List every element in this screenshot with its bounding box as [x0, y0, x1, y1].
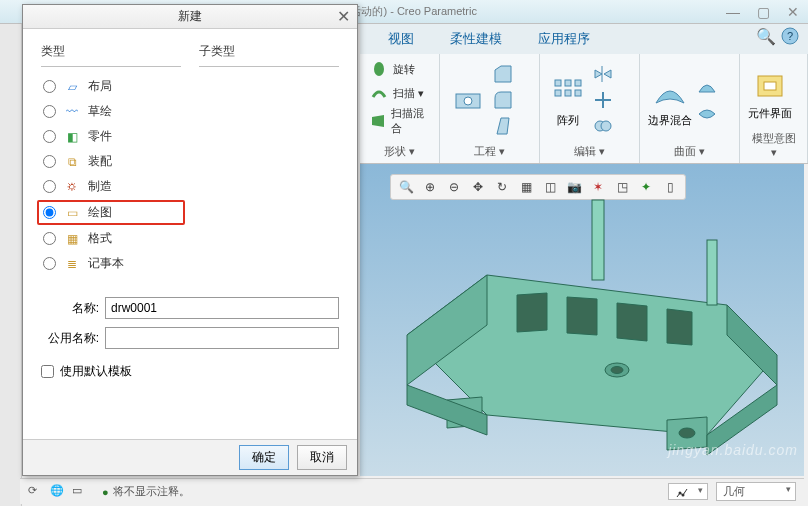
graphics-viewport[interactable]: 🔍 ⊕ ⊖ ✥ ↻ ▦ ◫ 📷 ✶ ◳ ✦ ▯ [360, 164, 804, 476]
find-dropdown[interactable] [668, 483, 708, 500]
subtype-header: 子类型 [199, 43, 339, 67]
type-header: 类型 [41, 43, 181, 67]
svg-point-21 [679, 492, 682, 495]
engineering-group-label: 工程 ▾ [448, 142, 531, 159]
component-interface-label[interactable]: 元件界面 [748, 106, 792, 121]
type-option-notebook[interactable]: ≣记事本 [41, 254, 181, 273]
left-dock-strip [0, 0, 22, 506]
engineering-items [448, 58, 531, 142]
ribbon-group-shape: 旋转 扫描 ▾ 扫描混合 形状 ▾ [360, 54, 440, 163]
cancel-button[interactable]: 取消 [297, 445, 347, 470]
layout-type-icon: ▱ [64, 79, 80, 95]
search-help-icon[interactable]: 🔍 [756, 26, 776, 46]
type-radio-part[interactable] [43, 130, 56, 143]
drawing-type-icon: ▭ [64, 205, 80, 221]
svg-point-4 [464, 97, 472, 105]
type-label-notebook: 记事本 [88, 255, 124, 272]
type-option-mfg[interactable]: ⛭制造 [41, 177, 181, 196]
shape-group-label: 形状 ▾ [368, 142, 431, 159]
dialog-close-button[interactable]: ✕ [333, 7, 353, 25]
pattern-label[interactable]: 阵列 [557, 113, 579, 128]
revolve-button[interactable]: 旋转 [368, 58, 431, 80]
part-type-icon: ◧ [64, 129, 80, 145]
use-default-template-checkbox[interactable] [41, 365, 54, 378]
svg-point-2 [374, 62, 384, 76]
type-label-assembly: 装配 [88, 153, 112, 170]
hole-icon[interactable] [448, 80, 488, 120]
type-radio-drawing[interactable] [43, 206, 56, 219]
tab-applications[interactable]: 应用程序 [530, 26, 598, 52]
type-option-sketch[interactable]: 〰草绘 [41, 102, 181, 121]
boundary-blend-label[interactable]: 边界混合 [648, 113, 692, 128]
intent-items: 元件界面 [748, 58, 799, 129]
ribbon-panel: 旋转 扫描 ▾ 扫描混合 形状 ▾ 工程 ▾ [360, 54, 808, 164]
type-label-drawing: 绘图 [88, 204, 112, 221]
mfg-type-icon: ⛭ [64, 179, 80, 195]
svg-rect-8 [555, 90, 561, 96]
ribbon-group-surface: 边界混合 曲面 ▾ [640, 54, 740, 163]
type-column: 类型 ▱布局〰草绘◧零件⧉装配⛭制造▭绘图▦格式≣记事本 [41, 43, 181, 273]
pattern-icon[interactable] [548, 73, 588, 113]
ribbon-group-engineering: 工程 ▾ [440, 54, 540, 163]
minimize-button[interactable]: — [718, 1, 748, 23]
chamfer-icon[interactable] [492, 63, 514, 85]
draft-icon[interactable] [492, 115, 514, 137]
style-surface-icon[interactable] [696, 103, 718, 125]
boundary-blend-icon[interactable] [650, 73, 690, 113]
type-list: ▱布局〰草绘◧零件⧉装配⛭制造▭绘图▦格式≣记事本 [41, 77, 181, 273]
status-message: 将不显示注释。 [113, 484, 190, 499]
tab-flex-modeling[interactable]: 柔性建模 [442, 26, 510, 52]
window-controls: — ▢ ✕ [718, 1, 808, 23]
ok-button[interactable]: 确定 [239, 445, 289, 470]
dialog-title: 新建 [178, 8, 202, 25]
maximize-button[interactable]: ▢ [748, 1, 778, 23]
layers-status-icon[interactable]: ▭ [72, 484, 88, 500]
trim-icon[interactable] [592, 89, 614, 111]
name-input[interactable] [105, 297, 339, 319]
edit-group-label: 编辑 ▾ [548, 142, 631, 159]
type-radio-notebook[interactable] [43, 257, 56, 270]
type-radio-mfg[interactable] [43, 180, 56, 193]
svg-rect-15 [592, 200, 604, 280]
close-window-button[interactable]: ✕ [778, 1, 808, 23]
name-label: 名称: [41, 300, 99, 317]
ribbon-tabbar: 视图 柔性建模 应用程序 [360, 24, 808, 54]
selection-filter-dropdown[interactable]: 几何 [716, 482, 796, 501]
component-interface-icon[interactable] [750, 66, 790, 106]
swept-blend-button[interactable]: 扫描混合 [368, 106, 431, 136]
mirror-icon[interactable] [592, 63, 614, 85]
svg-rect-16 [707, 240, 717, 305]
type-radio-sketch[interactable] [43, 105, 56, 118]
status-right: 几何 [668, 482, 804, 501]
round-icon[interactable] [492, 89, 514, 111]
svg-rect-9 [565, 90, 571, 96]
type-radio-format[interactable] [43, 232, 56, 245]
ribbon-group-intent: 元件界面 模型意图 ▾ [740, 54, 808, 163]
type-radio-layout[interactable] [43, 80, 56, 93]
web-status-icon[interactable]: 🌐 [50, 484, 66, 500]
type-option-layout[interactable]: ▱布局 [41, 77, 181, 96]
surface-group-label: 曲面 ▾ [648, 142, 731, 159]
type-option-drawing[interactable]: ▭绘图 [37, 200, 185, 225]
type-label-part: 零件 [88, 128, 112, 145]
fill-surface-icon[interactable] [696, 75, 718, 97]
type-label-layout: 布局 [88, 78, 112, 95]
type-option-format[interactable]: ▦格式 [41, 229, 181, 248]
subtype-column: 子类型 [199, 43, 339, 273]
svg-point-22 [682, 494, 685, 497]
dialog-footer: 确定 取消 [23, 439, 357, 475]
merge-icon[interactable] [592, 115, 614, 137]
sketch-type-icon: 〰 [64, 104, 80, 120]
notebook-type-icon: ≣ [64, 256, 80, 272]
type-radio-assembly[interactable] [43, 155, 56, 168]
type-option-assembly[interactable]: ⧉装配 [41, 152, 181, 171]
regen-status-icon[interactable]: ⟳ [28, 484, 44, 500]
surface-items: 边界混合 [648, 58, 731, 142]
tab-view[interactable]: 视图 [380, 26, 422, 52]
sweep-icon [368, 82, 390, 104]
type-option-part[interactable]: ◧零件 [41, 127, 181, 146]
help-icon[interactable]: ? [780, 26, 800, 46]
sweep-button[interactable]: 扫描 ▾ [368, 82, 431, 104]
model-render [360, 194, 804, 476]
common-name-input[interactable] [105, 327, 339, 349]
